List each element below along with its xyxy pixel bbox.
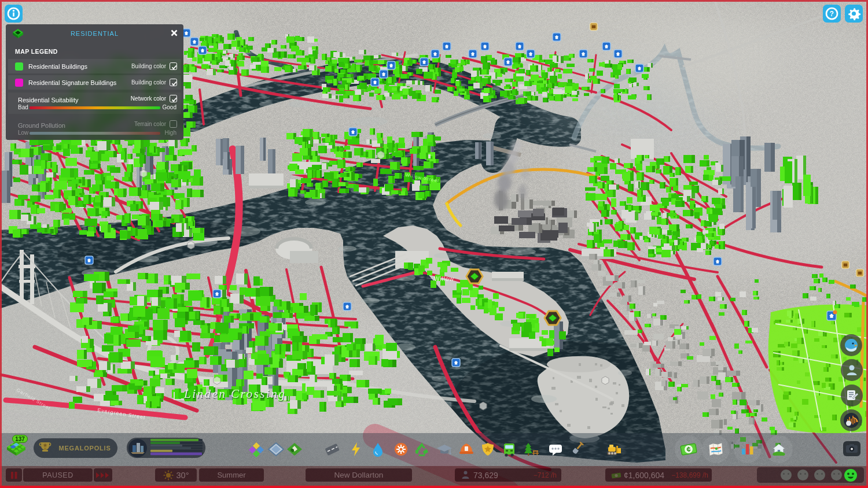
- svg-text:?: ?: [830, 10, 834, 18]
- svg-text:Willow: Willow: [434, 276, 454, 282]
- svg-text:Linden Crossing: Linden Crossing: [183, 387, 286, 401]
